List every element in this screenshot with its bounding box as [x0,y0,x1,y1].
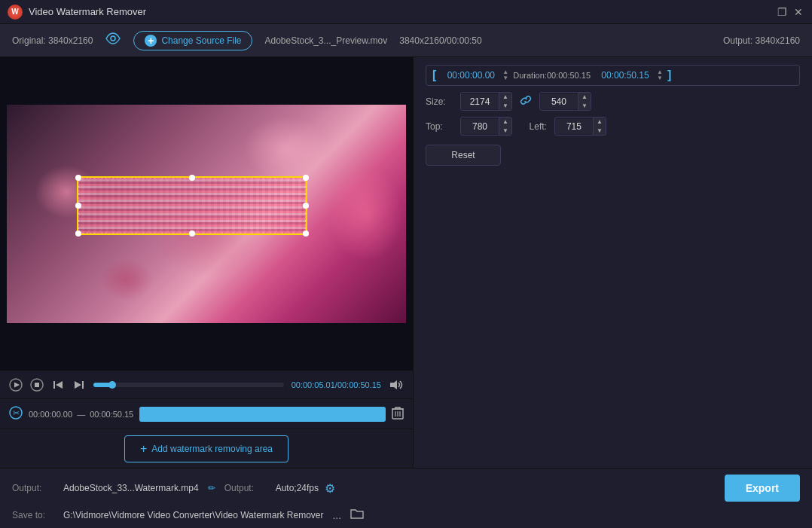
svg-marker-6 [56,381,63,389]
export-button[interactable]: Export [725,475,800,502]
handle-top-mid[interactable] [189,175,195,181]
time-current: 00:00:05.01 [292,380,335,389]
titlebar-controls: ❐ ✕ [776,6,804,18]
time-display: 00:00:05.01/00:00:50.15 [292,380,381,389]
width-input-wrap: ▲ ▼ [460,92,512,111]
app-title: Video Watermark Remover [29,6,146,17]
end-time-spin: ▲ ▼ [657,69,663,81]
save-to-label: Save to: [12,510,54,520]
timeline-bar[interactable] [139,407,386,422]
left-input[interactable] [555,119,593,134]
timeline-area: ✂ 00:00:00.00 — 00:00:50.15 [0,398,413,429]
left-label: Left: [520,121,547,132]
prev-frame-button[interactable] [51,378,65,392]
plus-icon: + [145,35,157,47]
header-bar: Original: 3840x2160 + Change Source File… [0,24,812,57]
add-watermark-plus-icon: + [140,442,147,456]
svg-marker-8 [75,381,81,389]
svg-point-0 [111,36,115,41]
height-down[interactable]: ▼ [578,102,591,111]
start-time-down[interactable]: ▼ [502,75,508,81]
handle-bottom-left[interactable] [75,230,81,237]
range-dash: — [77,410,85,419]
output-file-name: AdobeStock_33...Watermark.mp4 [63,483,199,493]
play-button[interactable] [9,378,23,392]
range-end: 00:00:50.15 [90,410,133,419]
next-frame-button[interactable] [72,378,86,392]
handle-bottom-right[interactable] [303,230,309,237]
close-button[interactable]: ✕ [792,6,804,18]
right-panel: [ 00:00:00.00 ▲ ▼ Duration:00:00:50.15 0… [413,57,812,468]
duration-label: Duration:00:00:50.15 [513,71,591,80]
top-input[interactable] [461,119,499,134]
preview-wrapper [0,57,413,370]
reset-row: Reset [426,142,800,166]
start-time-input[interactable]: 00:00:00.00 [441,70,501,81]
handle-bottom-mid[interactable] [189,230,195,237]
save-path: G:\Vidmore\Vidmore Video Converter\Video… [63,510,323,520]
left-down[interactable]: ▼ [594,127,606,136]
height-input-wrap: ▲ ▼ [539,92,591,111]
svg-rect-7 [82,381,84,389]
eye-button[interactable] [105,32,121,48]
delete-clip-button[interactable] [392,406,404,423]
add-watermark-button[interactable]: + Add watermark removing area [124,435,288,462]
header-left: Original: 3840x2160 + Change Source File… [12,31,482,50]
titlebar-left: W Video Watermark Remover [8,5,146,20]
height-spin: ▲ ▼ [578,93,591,110]
start-time-group: 00:00:00.00 ▲ ▼ [441,69,508,81]
video-background [7,105,406,323]
add-watermark-label: Add watermark removing area [151,444,273,454]
width-up[interactable]: ▲ [499,93,511,102]
left-up[interactable]: ▲ [594,118,606,127]
output-settings-value: Auto;24fps [276,483,319,493]
svg-marker-2 [14,382,20,387]
bottom-row1: Output: AdobeStock_33...Watermark.mp4 ✏ … [12,475,800,502]
top-up[interactable]: ▲ [499,118,511,127]
width-spin: ▲ ▼ [499,93,511,110]
edit-filename-icon[interactable]: ✏ [208,483,215,493]
left-input-wrap: ▲ ▼ [554,117,606,136]
svg-marker-9 [390,380,397,389]
bottom-bar: Output: AdobeStock_33...Watermark.mp4 ✏ … [0,468,812,528]
restore-button[interactable]: ❐ [776,6,788,18]
bracket-open: [ [432,69,436,82]
settings-icon[interactable]: ⚙ [325,481,335,496]
handle-mid-left[interactable] [75,203,81,209]
stop-button[interactable] [30,378,44,392]
output-label-2: Output: [224,483,267,493]
volume-button[interactable] [389,379,404,391]
top-down[interactable]: ▼ [499,127,511,136]
progress-bar[interactable] [93,383,284,387]
bottom-row2: Save to: G:\Vidmore\Vidmore Video Conver… [12,508,800,522]
watermark-effect [78,178,306,233]
video-controls: 00:00:05.01/00:00:50.15 [0,370,413,398]
app-body: Original: 3840x2160 + Change Source File… [0,24,812,528]
end-time-input[interactable]: 00:00:50.15 [595,70,655,81]
more-paths-button[interactable]: ... [332,509,341,521]
handle-top-right[interactable] [303,175,309,181]
width-input[interactable] [461,94,499,109]
open-folder-button[interactable] [350,508,364,522]
width-down[interactable]: ▼ [499,102,511,111]
watermark-selection-box[interactable] [77,176,307,235]
link-dimensions-button[interactable] [520,94,532,108]
handle-mid-right[interactable] [303,203,309,209]
handle-top-left[interactable] [75,175,81,181]
titlebar: W Video Watermark Remover ❐ ✕ [0,0,812,24]
svg-rect-4 [35,383,39,387]
height-input[interactable] [540,94,578,109]
clip-icon: ✂ [9,406,23,423]
app-logo: W [8,5,23,20]
video-section: 00:00:05.01/00:00:50.15 ✂ [0,57,413,468]
range-start: 00:00:00.00 [29,410,72,419]
reset-button[interactable]: Reset [426,145,501,166]
file-name: AdobeStock_3..._Preview.mov [264,35,387,46]
end-time-down[interactable]: ▼ [657,75,663,81]
change-source-button[interactable]: + Change Source File [133,31,252,50]
start-time-spin: ▲ ▼ [502,69,508,81]
height-up[interactable]: ▲ [578,93,591,102]
progress-thumb[interactable] [108,381,116,389]
top-input-wrap: ▲ ▼ [460,117,512,136]
time-total: 00:00:50.15 [337,380,381,389]
